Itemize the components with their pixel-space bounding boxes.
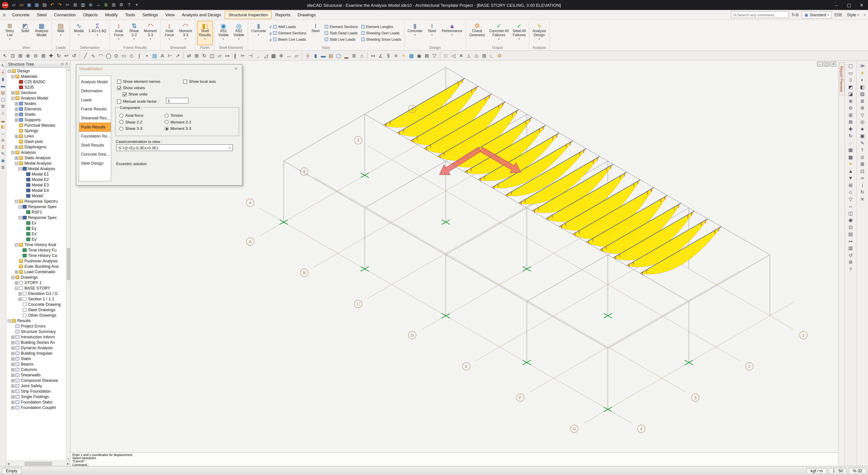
window-split-icon[interactable]: ⊟ [834, 12, 838, 17]
slab-dead-loads-button[interactable]: Slab Dead Loads [325, 30, 358, 36]
notes-icon[interactable]: ✎ [858, 140, 867, 146]
redraw-icon[interactable]: ↺ [71, 52, 77, 59]
zoom-extents-icon[interactable]: ⊠ [846, 119, 855, 125]
as2-visible-button[interactable]: ◎AS2 Visible▾ [231, 21, 246, 45]
foundation-tool-icon[interactable]: ▂ [0, 117, 6, 122]
hide-elements-icon[interactable]: ◌ [846, 140, 855, 146]
node-snap-icon[interactable]: □ [442, 52, 449, 59]
tab-drawings[interactable]: Drawings [294, 11, 319, 19]
dialog-nav-concrete-desi[interactable]: Concrete Desi... [79, 150, 111, 159]
tree-item-time-history-fu[interactable]: Time History Fu [6, 247, 70, 253]
explode-icon[interactable]: ※ [278, 52, 284, 59]
expand-icon[interactable]: + [11, 91, 14, 94]
measure-length-icon[interactable]: ↔ [286, 52, 292, 59]
pan-icon[interactable]: ✚ [48, 52, 54, 59]
scale-indicator[interactable]: 1 : 50 [829, 468, 847, 474]
wall-loads-button[interactable]: dWall Loads [270, 24, 306, 29]
tab-analysis-and-design[interactable]: Analysis and Design [178, 11, 225, 19]
tree-item-design[interactable]: −Design [6, 68, 70, 74]
layers-icon[interactable]: ≣ [103, 2, 109, 8]
scroll-up-icon[interactable]: ▲ [67, 68, 69, 71]
trim-icon[interactable]: ✂ [240, 52, 246, 59]
unlock-icon[interactable]: ⊡ [858, 168, 867, 174]
stair-tool-icon[interactable]: ≣ [351, 52, 357, 59]
layers-tool-icon[interactable]: ≣ [0, 165, 6, 170]
tab-steel[interactable]: Steel [33, 11, 51, 19]
report-preview-tab[interactable]: Report Preview [839, 62, 844, 96]
tree-item-project-errors[interactable]: Project Errors [6, 323, 70, 329]
mdi-minimize-button[interactable]: – [817, 61, 823, 66]
undo-icon[interactable]: ↶ [49, 2, 55, 8]
tree-item-elevation-g1-g[interactable]: +Elevation G1 / G [6, 291, 70, 296]
perspective-view-icon[interactable]: ◪ [846, 91, 855, 97]
dialog-nav-loads[interactable]: Loads [79, 95, 111, 105]
tree-item-story-1[interactable]: +STORY 1 [6, 280, 70, 286]
select-tool-icon[interactable]: ↖ [0, 63, 6, 68]
find-icon[interactable]: ◎ [858, 119, 867, 125]
paste-icon[interactable]: ▥ [80, 2, 86, 8]
shell-results-button[interactable]: ◧Shell Results▾ [197, 21, 213, 45]
tree-item-punctual-masses[interactable]: Punctual Masses [6, 123, 70, 128]
polyline-icon[interactable]: ∿ [90, 52, 96, 59]
iso-view-icon[interactable]: ◩ [846, 84, 855, 90]
tree-item-analysis-model[interactable]: −Analysis Model [6, 95, 70, 101]
tree-item-base-story[interactable]: −BASE STORY [6, 286, 70, 291]
show-values-checkbox[interactable]: Show values [117, 86, 145, 90]
fillet-icon[interactable]: ◞ [255, 52, 261, 59]
unit-indicator[interactable]: kgf / m [807, 468, 827, 474]
measure-icon[interactable]: ↔ [95, 2, 101, 8]
wall-button[interactable]: ▤Wall▾ [53, 21, 68, 45]
shear-2-2-radio[interactable]: Shear 2-2 [119, 120, 164, 124]
tab-connection[interactable]: Connection [50, 11, 79, 19]
tree-item-dash-pots[interactable]: Dash-pots [6, 139, 70, 144]
expand-icon[interactable]: + [11, 341, 14, 344]
shaded-mode-icon[interactable]: ▩ [846, 154, 855, 160]
tree-horizontal-scrollbar[interactable]: ◀ ▶ [6, 461, 70, 466]
expand-icon[interactable]: + [11, 395, 14, 398]
mdi-close-button[interactable]: ✕ [831, 61, 836, 66]
tree-item-static-analysis[interactable]: +Static Analysis [6, 155, 70, 160]
tree-item-strip-foundation[interactable]: +Strip Foundation [6, 389, 70, 394]
nearest-snap-icon[interactable]: ◇ [473, 52, 480, 59]
close-panel-icon[interactable]: ✕ [65, 62, 68, 66]
section-line-icon[interactable]: § [385, 52, 392, 59]
tree-item-drawings[interactable]: −Drawings [6, 275, 70, 280]
scale-icon[interactable]: ▱ [217, 52, 223, 59]
collapse-icon[interactable]: − [15, 287, 18, 290]
text-tool-icon[interactable]: A [0, 138, 6, 143]
tab-view[interactable]: View [162, 11, 178, 19]
walkthrough-icon[interactable]: ≫ [858, 63, 867, 69]
collapse-icon[interactable]: − [8, 69, 11, 72]
tab-concrete[interactable]: Concrete [8, 11, 33, 19]
mirror-icon[interactable]: ◫ [209, 52, 215, 59]
materials-icon[interactable]: ◧ [858, 84, 867, 90]
tree-item-response-spectru[interactable]: −Response Spectru [6, 199, 70, 204]
tree-item-foundation-couplin[interactable]: +Foundation Couplin [6, 405, 70, 410]
collapse-icon[interactable]: − [11, 96, 14, 100]
expand-icon[interactable]: + [11, 335, 14, 338]
side-view-icon[interactable]: ▯ [846, 77, 855, 83]
link-icon[interactable]: ∞ [858, 175, 867, 181]
tree-item-modal-e4[interactable]: Modal E4 [6, 188, 70, 193]
dimension-tool-icon[interactable]: ↔ [0, 131, 6, 136]
analysis-design-button[interactable]: ϟAnalysis Design▾ [531, 21, 548, 45]
wall-tool-icon[interactable]: ▤ [328, 52, 334, 59]
tree-item-results[interactable]: −Results [6, 318, 70, 323]
tree-item-load-combinatio[interactable]: +Load Combinatio [6, 269, 70, 275]
previous-view-icon[interactable]: ↩ [63, 52, 70, 59]
colors-icon[interactable]: ▨ [858, 91, 867, 97]
report-icon[interactable]: ▤ [846, 231, 855, 237]
notifications-icon[interactable]: ⊚ [795, 12, 799, 17]
analysis-model-button[interactable]: ▦Analysis Model [33, 21, 50, 45]
collapse-icon[interactable]: − [11, 75, 14, 78]
tree-item-nodes[interactable]: +Nodes [6, 101, 70, 106]
extend-icon[interactable]: ⊣ [247, 52, 254, 59]
maximize-button[interactable]: ▢ [843, 0, 855, 10]
tree-item-concrete-drawing[interactable]: Concrete Drawing [6, 302, 70, 307]
tree-item-s235[interactable]: S235 [6, 85, 70, 90]
osnap-settings-icon[interactable]: ⚙ [496, 52, 503, 59]
grid-snap-icon[interactable]: ⊞ [481, 52, 487, 59]
expand-icon[interactable]: + [15, 270, 18, 273]
shadows-icon[interactable]: ◐ [858, 77, 867, 83]
elevation-mark-icon[interactable]: ≡ [393, 52, 399, 59]
